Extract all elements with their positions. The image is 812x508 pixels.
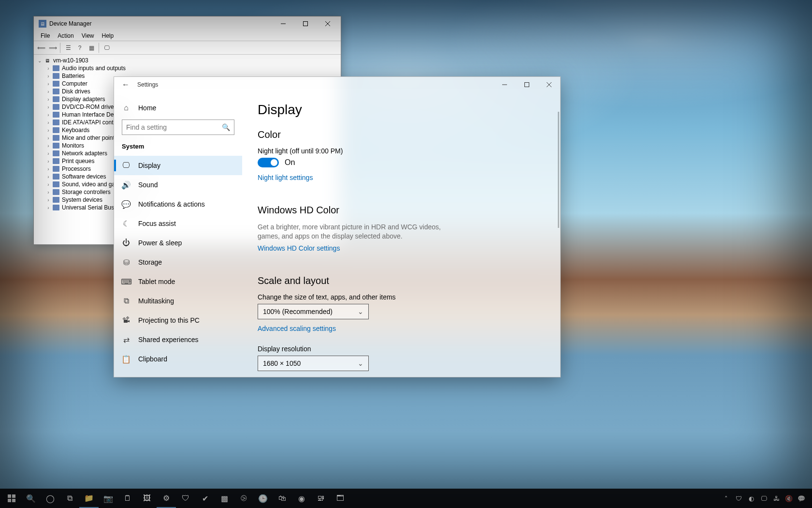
expand-icon[interactable]: › [44, 166, 52, 172]
store-icon[interactable]: 🛍 [273, 489, 292, 508]
night-light-toggle[interactable] [258, 158, 279, 167]
category-label: Keyboards [62, 127, 89, 134]
close-button[interactable] [538, 77, 560, 92]
sidebar-item-display[interactable]: 🖵Display [114, 156, 242, 175]
scale-heading: Scale and layout [258, 275, 545, 286]
sidebar-item-power-sleep[interactable]: ⏻Power & sleep [114, 233, 242, 253]
toolbar-icon[interactable]: ▦ [86, 43, 97, 53]
settings-titlebar[interactable]: ← Settings [114, 77, 560, 92]
expand-icon[interactable]: › [44, 174, 52, 179]
camera-icon[interactable]: 📷 [99, 489, 118, 508]
night-light-settings-link[interactable]: Night light settings [258, 174, 313, 181]
action-center-icon[interactable]: 💬 [796, 489, 807, 508]
displays-tray-icon[interactable]: 🖵 [758, 489, 769, 508]
app-icon[interactable]: 🗔 [331, 489, 350, 508]
cortana-button[interactable]: ◯ [41, 489, 60, 508]
menu-action[interactable]: Action [54, 31, 77, 40]
home-button[interactable]: ⌂ Home [114, 98, 242, 118]
todo-icon[interactable]: ✔ [195, 489, 215, 508]
search-field[interactable] [126, 123, 222, 131]
sidebar-item-tablet-mode[interactable]: ⌨Tablet mode [114, 272, 242, 291]
expand-icon[interactable]: › [44, 182, 52, 187]
maximize-button[interactable] [294, 17, 317, 30]
toolbar-icon[interactable]: ☰ [63, 43, 73, 53]
expand-icon[interactable]: › [44, 143, 52, 149]
sidebar-item-label: Tablet mode [138, 278, 175, 285]
collapse-icon[interactable]: ⌄ [36, 58, 44, 63]
sidebar-item-focus-assist[interactable]: ☾Focus assist [114, 214, 242, 233]
tree-category[interactable]: ›Audio inputs and outputs [44, 64, 340, 72]
scrollbar[interactable] [558, 112, 559, 228]
night-light-label: Night light (off until 9:00 PM) [258, 147, 545, 155]
monitor-icon[interactable]: 🖵 [102, 43, 112, 53]
sidebar-item-sound[interactable]: 🔊Sound [114, 175, 242, 194]
device-manager-titlebar[interactable]: 🖥 Device Manager [34, 16, 341, 31]
menu-help[interactable]: Help [98, 31, 118, 40]
search-icon: 🔍 [222, 123, 230, 131]
security-tray-icon[interactable]: 🛡 [733, 489, 744, 508]
category-label: Network adapters [62, 150, 107, 157]
resolution-dropdown[interactable]: 812 × 508 ⌄ [258, 356, 369, 371]
maximize-button[interactable] [516, 77, 538, 92]
expand-icon[interactable]: › [44, 105, 52, 110]
start-button[interactable] [2, 489, 21, 508]
chrome-icon[interactable]: ◉ [292, 489, 311, 508]
terminal-icon[interactable]: ▩ [215, 489, 234, 508]
hd-color-desc: Get a brighter, more vibrant picture in … [258, 223, 461, 241]
sidebar-item-multitasking[interactable]: ⧉Multitasking [114, 291, 242, 311]
back-icon[interactable]: ⟸ [36, 43, 46, 53]
sidebar-item-projecting-to-this-pc[interactable]: 📽Projecting to this PC [114, 311, 242, 330]
expand-icon[interactable]: › [44, 197, 52, 203]
putty-icon[interactable]: 🖳 [311, 489, 331, 508]
help-icon[interactable]: ? [74, 43, 85, 53]
expand-icon[interactable]: › [44, 159, 52, 164]
resolution-label: Display resolution [258, 345, 545, 353]
hd-color-link[interactable]: Windows HD Color settings [258, 244, 340, 252]
expand-icon[interactable]: › [44, 89, 52, 94]
edge-tray-icon[interactable]: ◐ [745, 489, 757, 508]
expand-icon[interactable]: › [44, 128, 52, 133]
scale-dropdown[interactable]: 100% (Recommended) ⌄ [258, 304, 369, 319]
expand-icon[interactable]: › [44, 112, 52, 118]
close-button[interactable] [317, 17, 339, 30]
file-explorer-icon[interactable]: 📁 [79, 489, 99, 508]
forward-icon[interactable]: ⟹ [47, 43, 58, 53]
tree-root-label[interactable]: vm-w10-1903 [53, 57, 88, 64]
minimize-button[interactable] [493, 77, 516, 92]
volume-mute-icon[interactable]: 🔇 [783, 489, 795, 508]
minimize-button[interactable] [272, 17, 294, 30]
back-button[interactable]: ← [114, 80, 137, 89]
expand-icon[interactable]: › [44, 190, 52, 195]
expand-icon[interactable]: › [44, 97, 52, 102]
advanced-scaling-link[interactable]: Advanced scaling settings [258, 325, 336, 332]
sticky-notes-icon[interactable]: 🗒 [118, 489, 137, 508]
menu-file[interactable]: File [37, 31, 54, 40]
search-input[interactable]: 🔍 [122, 120, 234, 135]
tray-overflow-icon[interactable]: ˄ [720, 489, 732, 508]
sidebar-item-storage[interactable]: ⛁Storage [114, 253, 242, 272]
search-button[interactable]: 🔍 [21, 489, 41, 508]
photos-icon[interactable]: 🖼 [137, 489, 157, 508]
svg-rect-9 [12, 494, 15, 498]
device-category-icon [52, 111, 60, 118]
expand-icon[interactable]: › [44, 74, 52, 79]
svg-rect-11 [12, 499, 15, 502]
powershell-icon[interactable]: ⧁ [234, 489, 253, 508]
menu-view[interactable]: View [78, 31, 98, 40]
settings-taskbar-icon[interactable]: ⚙ [157, 489, 176, 508]
sidebar-item-shared-experiences[interactable]: ⇄Shared experiences [114, 330, 242, 349]
sidebar-item-label: Multitasking [138, 297, 174, 305]
network-tray-icon[interactable]: 🖧 [770, 489, 782, 508]
sidebar-item-clipboard[interactable]: 📋Clipboard [114, 349, 242, 369]
security-icon[interactable]: 🛡 [176, 489, 195, 508]
expand-icon[interactable]: › [44, 135, 52, 141]
expand-icon[interactable]: › [44, 151, 52, 156]
sidebar-item-notifications-actions[interactable]: 💬Notifications & actions [114, 194, 242, 214]
task-view-button[interactable]: ⧉ [60, 489, 79, 508]
clock-app-icon[interactable]: 🕒 [253, 489, 273, 508]
expand-icon[interactable]: › [44, 205, 52, 210]
svg-rect-8 [8, 494, 11, 498]
expand-icon[interactable]: › [44, 66, 52, 71]
expand-icon[interactable]: › [44, 120, 52, 125]
expand-icon[interactable]: › [44, 81, 52, 87]
